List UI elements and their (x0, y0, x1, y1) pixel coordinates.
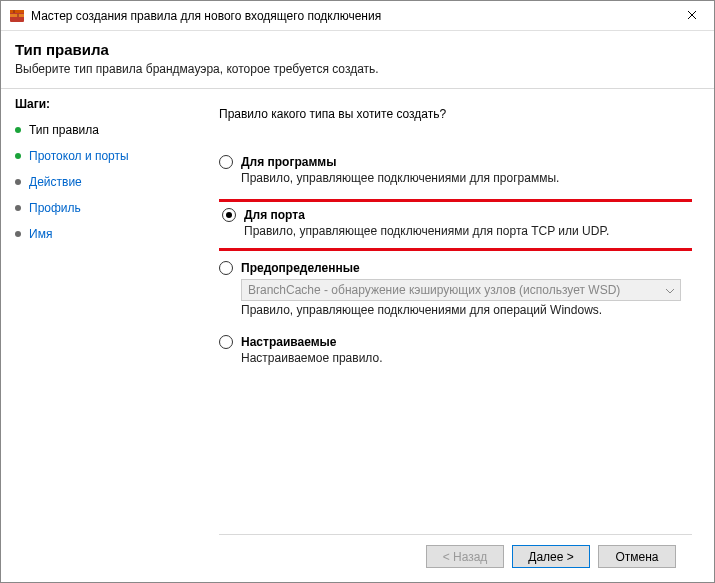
option-desc: Настраиваемое правило. (241, 351, 686, 365)
option-label[interactable]: Для программы (241, 155, 336, 169)
sidebar-step-label: Протокол и порты (29, 145, 129, 167)
radio-dot-icon (226, 212, 232, 218)
wizard-window: Мастер создания правила для нового входя… (0, 0, 715, 583)
content: Правило какого типа вы хотите создать? Д… (191, 89, 714, 582)
sidebar-step-label: Профиль (29, 197, 81, 219)
option-desc: Правило, управляющее подключениями для п… (244, 224, 685, 238)
dropdown-value: BranchCache - обнаружение кэширующих узл… (248, 283, 620, 297)
radio-program[interactable] (219, 155, 233, 169)
svg-rect-2 (10, 14, 24, 17)
option-label[interactable]: Предопределенные (241, 261, 360, 275)
step-bullet-icon (15, 153, 21, 159)
option-row: Предопределенные (219, 261, 686, 275)
option-port: Для портаПравило, управляющее подключени… (219, 199, 692, 251)
sidebar-step-4[interactable]: Имя (1, 221, 191, 247)
sidebar-step-2[interactable]: Действие (1, 169, 191, 195)
back-button: < Назад (426, 545, 504, 568)
sidebar-title: Шаги: (1, 97, 191, 117)
content-question: Правило какого типа вы хотите создать? (219, 107, 692, 121)
sidebar: Шаги: Тип правилаПротокол и портыДействи… (1, 89, 191, 582)
page-title: Тип правила (15, 41, 700, 58)
radio-custom[interactable] (219, 335, 233, 349)
sidebar-step-label: Тип правила (29, 119, 99, 141)
next-button[interactable]: Далее > (512, 545, 590, 568)
svg-rect-1 (10, 10, 24, 13)
chevron-down-icon (666, 283, 674, 297)
close-icon (687, 9, 697, 23)
header: Тип правила Выберите тип правила брандма… (1, 31, 714, 89)
option-row: Настраиваемые (219, 335, 686, 349)
sidebar-step-label: Имя (29, 223, 52, 245)
close-button[interactable] (669, 1, 714, 31)
option-row: Для программы (219, 155, 686, 169)
titlebar: Мастер создания правила для нового входя… (1, 1, 714, 31)
option-program: Для программыПравило, управляющее подклю… (219, 151, 692, 193)
sidebar-step-3[interactable]: Профиль (1, 195, 191, 221)
option-row: Для порта (222, 208, 685, 222)
sidebar-step-0: Тип правила (1, 117, 191, 143)
radio-predefined[interactable] (219, 261, 233, 275)
option-label[interactable]: Настраиваемые (241, 335, 336, 349)
step-bullet-icon (15, 231, 21, 237)
step-bullet-icon (15, 205, 21, 211)
cancel-button[interactable]: Отмена (598, 545, 676, 568)
radio-port[interactable] (222, 208, 236, 222)
step-bullet-icon (15, 179, 21, 185)
option-predefined: ПредопределенныеBranchCache - обнаружени… (219, 257, 692, 325)
page-subtitle: Выберите тип правила брандмауэра, которо… (15, 62, 700, 76)
option-desc: Правило, управляющее подключениями для о… (241, 303, 686, 317)
option-label[interactable]: Для порта (244, 208, 305, 222)
body: Шаги: Тип правилаПротокол и портыДействи… (1, 89, 714, 582)
options-group: Для программыПравило, управляющее подклю… (219, 151, 692, 379)
option-desc: Правило, управляющее подключениями для п… (241, 171, 686, 185)
sidebar-step-label: Действие (29, 171, 82, 193)
predefined-dropdown: BranchCache - обнаружение кэширующих узл… (241, 279, 681, 301)
firewall-icon (9, 8, 25, 24)
footer: < Назад Далее > Отмена (219, 534, 692, 582)
sidebar-step-1[interactable]: Протокол и порты (1, 143, 191, 169)
svg-rect-3 (10, 18, 24, 21)
step-bullet-icon (15, 127, 21, 133)
option-custom: НастраиваемыеНастраиваемое правило. (219, 331, 692, 373)
window-title: Мастер создания правила для нового входя… (31, 9, 669, 23)
